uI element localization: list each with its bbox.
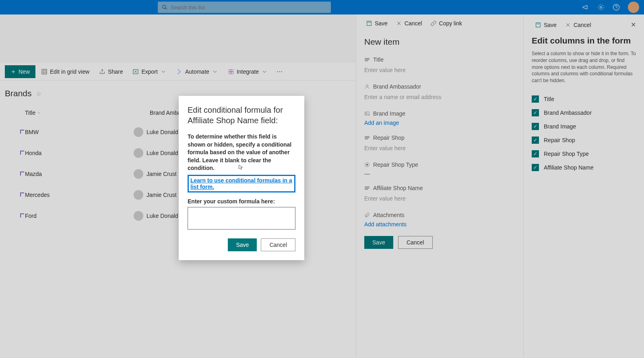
dialog-title: Edit conditional formula for Affiliate S… [188,105,295,126]
dialog-cancel-button[interactable]: Cancel [261,238,295,251]
modal-overlay [0,0,644,358]
dialog-save-button[interactable]: Save [228,238,257,251]
conditional-formula-dialog: Edit conditional formula for Affiliate S… [179,96,304,260]
formula-textarea[interactable] [188,207,295,230]
formula-label: Enter your custom formula here: [188,198,295,205]
dialog-description: To determine whether this field is shown… [188,133,295,172]
learn-more-link[interactable]: Learn to use conditional formulas in a l… [188,175,295,192]
